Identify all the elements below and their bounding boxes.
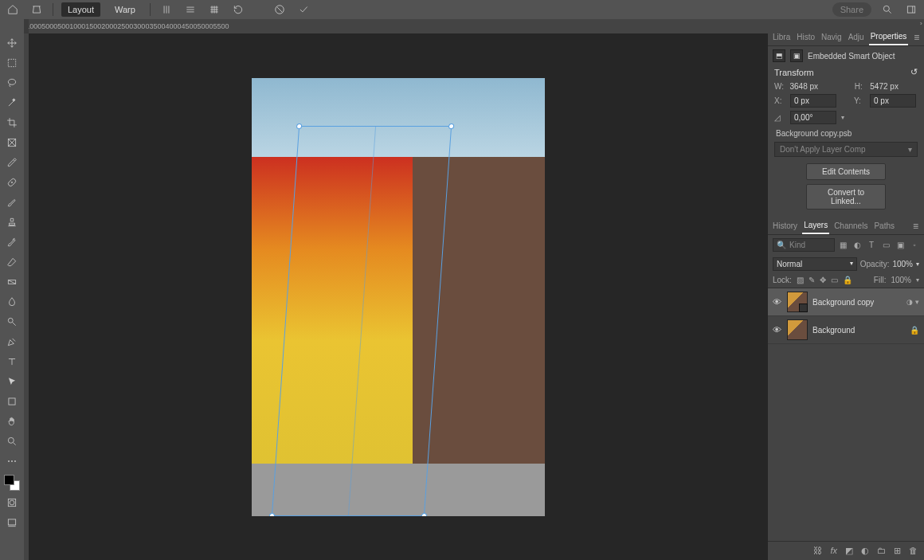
healing-tool-icon[interactable] bbox=[3, 174, 21, 190]
layers-panel-menu-icon[interactable]: ≡ bbox=[910, 221, 921, 232]
delete-layer-icon[interactable]: 🗑 bbox=[909, 546, 918, 556]
fill-dropdown-icon[interactable]: ▾ bbox=[916, 276, 919, 284]
move-tool-icon[interactable] bbox=[3, 35, 21, 51]
screenmode-icon[interactable] bbox=[3, 515, 21, 531]
layercomp-dropdown[interactable]: Don't Apply Layer Comp▾ bbox=[774, 142, 918, 157]
ruler-origin[interactable] bbox=[24, 19, 29, 33]
eraser-tool-icon[interactable] bbox=[3, 254, 21, 270]
color-swatches[interactable] bbox=[4, 475, 20, 491]
tab-adjustments[interactable]: Adju bbox=[847, 29, 866, 45]
reset-icon[interactable] bbox=[230, 2, 246, 18]
warp-handle-br[interactable] bbox=[421, 513, 427, 516]
height-value[interactable]: 5472 px bbox=[870, 82, 918, 91]
quickmask-icon[interactable] bbox=[3, 495, 21, 511]
eyedropper-tool-icon[interactable] bbox=[3, 155, 21, 170]
new-adjustment-icon[interactable]: ◐ bbox=[861, 546, 869, 556]
tab-paths[interactable]: Paths bbox=[872, 218, 896, 233]
layer-name[interactable]: Background bbox=[812, 326, 905, 335]
width-value[interactable]: 3648 px bbox=[789, 82, 837, 91]
type-tool-icon[interactable] bbox=[3, 354, 21, 370]
tab-properties[interactable]: Properties bbox=[869, 29, 909, 45]
path-select-tool-icon[interactable] bbox=[3, 374, 21, 390]
cancel-transform-icon[interactable] bbox=[272, 2, 288, 18]
layer-row[interactable]: 👁 Background 🔒 bbox=[768, 316, 924, 344]
collapse-panels-icon[interactable]: ›› bbox=[768, 19, 924, 27]
layer-row[interactable]: 👁 Background copy ◑ ▾ bbox=[768, 288, 924, 316]
marquee-tool-icon[interactable] bbox=[3, 55, 21, 71]
pen-tool-icon[interactable] bbox=[3, 334, 21, 350]
lock-all-icon[interactable]: 🔒 bbox=[843, 276, 852, 284]
document-image[interactable] bbox=[252, 78, 545, 516]
shape-tool-icon[interactable] bbox=[3, 394, 21, 409]
share-button[interactable]: Share bbox=[832, 2, 871, 17]
filter-type-icon[interactable]: T bbox=[867, 241, 876, 250]
perspective-warp-icon[interactable] bbox=[29, 2, 45, 18]
layer-effects-icon[interactable]: ◑ ▾ bbox=[906, 298, 919, 306]
tab-layers[interactable]: Layers bbox=[802, 217, 829, 234]
tab-channels[interactable]: Channels bbox=[832, 218, 869, 233]
filter-shape-icon[interactable]: ▭ bbox=[881, 241, 891, 250]
tab-libraries[interactable]: Libra bbox=[771, 29, 792, 45]
mode-warp[interactable]: Warp bbox=[108, 2, 142, 17]
perspective-plane[interactable] bbox=[272, 126, 452, 516]
dodge-tool-icon[interactable] bbox=[3, 314, 21, 330]
straighten-vertical-icon[interactable] bbox=[159, 2, 174, 18]
frame-tool-icon[interactable] bbox=[3, 135, 21, 151]
opacity-dropdown-icon[interactable]: ▾ bbox=[916, 260, 919, 268]
new-group-icon[interactable]: 🗀 bbox=[877, 546, 886, 556]
search-icon[interactable] bbox=[879, 2, 895, 18]
y-value[interactable]: 0 px bbox=[870, 94, 916, 108]
layer-thumbnail[interactable] bbox=[787, 319, 808, 340]
horizontal-ruler[interactable]: 3000 2500 2000 1500 1000 500 0 500 1000 … bbox=[24, 19, 768, 33]
gradient-tool-icon[interactable] bbox=[3, 274, 21, 290]
blend-mode-select[interactable]: Normal ▾ bbox=[773, 257, 857, 271]
warp-handle-bl[interactable] bbox=[269, 513, 275, 516]
filter-pixel-icon[interactable]: ▦ bbox=[838, 241, 848, 250]
edit-toolbar-icon[interactable]: ⋯ bbox=[3, 453, 21, 469]
blur-tool-icon[interactable] bbox=[3, 294, 21, 310]
convert-to-linked-button[interactable]: Convert to Linked... bbox=[806, 184, 886, 210]
lock-transparent-icon[interactable]: ▨ bbox=[797, 276, 804, 284]
fill-value[interactable]: 100% bbox=[891, 276, 911, 284]
edit-contents-button[interactable]: Edit Contents bbox=[806, 163, 886, 180]
mode-layout[interactable]: Layout bbox=[61, 2, 100, 17]
hand-tool-icon[interactable] bbox=[3, 413, 21, 429]
stamp-tool-icon[interactable] bbox=[3, 214, 21, 230]
angle-value[interactable]: 0,00° bbox=[790, 111, 836, 124]
history-brush-tool-icon[interactable] bbox=[3, 234, 21, 250]
angle-dropdown-icon[interactable]: ▾ bbox=[841, 114, 844, 121]
brush-tool-icon[interactable] bbox=[3, 194, 21, 210]
add-mask-icon[interactable]: ◩ bbox=[845, 546, 853, 556]
home-icon[interactable] bbox=[5, 2, 21, 18]
link-layers-icon[interactable]: ⛓ bbox=[813, 546, 822, 556]
warp-handle-tl[interactable] bbox=[296, 123, 302, 129]
layer-filter-kind[interactable]: 🔍 Kind bbox=[773, 238, 835, 252]
visibility-toggle-icon[interactable]: 👁 bbox=[773, 325, 782, 335]
lasso-tool-icon[interactable] bbox=[3, 75, 21, 91]
layer-thumbnail[interactable] bbox=[787, 292, 808, 312]
crop-tool-icon[interactable] bbox=[3, 115, 21, 131]
x-value[interactable]: 0 px bbox=[790, 94, 836, 108]
auto-warp-icon[interactable] bbox=[206, 2, 222, 18]
layer-fx-icon[interactable]: fx bbox=[830, 546, 837, 556]
filter-adjust-icon[interactable]: ◐ bbox=[852, 241, 862, 250]
zoom-tool-icon[interactable] bbox=[3, 433, 21, 449]
lock-artboard-icon[interactable]: ▭ bbox=[831, 276, 838, 284]
lock-image-icon[interactable]: ✎ bbox=[808, 276, 815, 284]
filter-toggle-icon[interactable]: ◦ bbox=[910, 241, 919, 250]
wand-tool-icon[interactable] bbox=[3, 95, 21, 111]
straighten-horizontal-icon[interactable] bbox=[182, 2, 198, 18]
panel-menu-icon[interactable]: ≡ bbox=[911, 32, 922, 43]
tab-history-b[interactable]: History bbox=[771, 218, 799, 233]
reset-transform-icon[interactable]: ↺ bbox=[910, 67, 918, 77]
warp-handle-tr[interactable] bbox=[448, 123, 454, 129]
visibility-toggle-icon[interactable]: 👁 bbox=[773, 297, 782, 307]
new-layer-icon[interactable]: ⊞ bbox=[894, 546, 901, 556]
lock-position-icon[interactable]: ✥ bbox=[820, 276, 826, 284]
filter-smart-icon[interactable]: ▣ bbox=[895, 241, 905, 250]
tab-navigator[interactable]: Navig bbox=[820, 29, 844, 45]
layer-name[interactable]: Background copy bbox=[812, 298, 902, 307]
tab-history[interactable]: Histo bbox=[795, 29, 816, 45]
opacity-value[interactable]: 100% bbox=[892, 260, 913, 268]
canvas[interactable] bbox=[29, 33, 768, 560]
